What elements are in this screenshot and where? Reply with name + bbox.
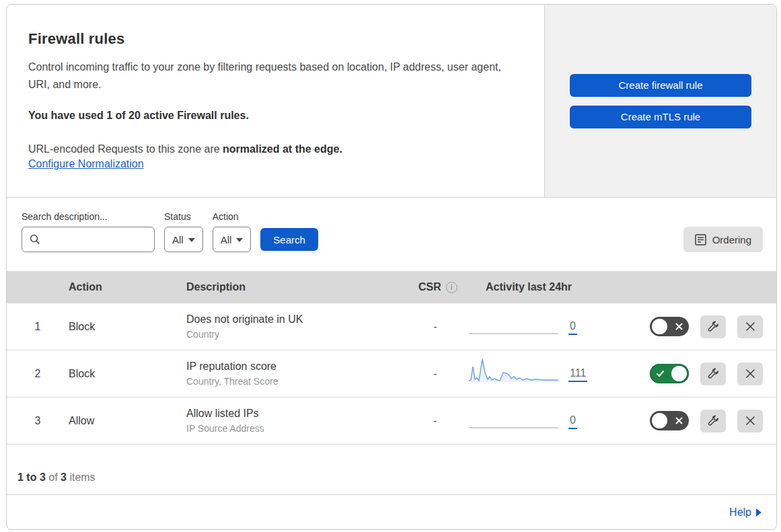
- rule-enabled-toggle[interactable]: [650, 364, 689, 383]
- col-activity-header: Activity last 24hr: [469, 281, 634, 293]
- activity-sparkline: [469, 404, 558, 429]
- csr-header-label: CSR: [418, 281, 441, 293]
- filter-bar: Search description... Status All Action …: [7, 198, 776, 271]
- action-selected-value: All: [221, 234, 232, 245]
- rule-action: Block: [69, 368, 186, 380]
- action-filter-group: Action All: [213, 211, 252, 252]
- wrench-icon: [707, 367, 720, 380]
- usage-summary: You have used 1 of 20 active Firewall ru…: [28, 110, 517, 122]
- edit-rule-button[interactable]: [700, 410, 726, 432]
- help-link[interactable]: Help: [729, 506, 761, 519]
- rule-description-cell: Does not originate in UK Country: [186, 313, 402, 340]
- help-link-label: Help: [729, 506, 751, 519]
- create-mtls-rule-button[interactable]: Create mTLS rule: [570, 106, 751, 128]
- rule-description-cell: IP reputation score Country, Threat Scor…: [186, 360, 402, 387]
- table-row: 1 Block Does not originate in UK Country…: [7, 303, 776, 350]
- chevron-down-icon: [236, 238, 243, 242]
- search-group: Search description...: [22, 211, 155, 252]
- rule-criteria: Country: [186, 329, 402, 340]
- activity-sparkline: [469, 309, 558, 335]
- pagination-summary: 1 to 3 of 3 items: [7, 445, 776, 495]
- status-select[interactable]: All: [164, 227, 203, 252]
- col-action-header: Action: [69, 281, 186, 293]
- total-count: 3: [61, 471, 67, 483]
- rule-description-cell: Allow listed IPs IP Source Address: [186, 408, 402, 434]
- status-label: Status: [164, 211, 203, 222]
- rule-description: Allow listed IPs: [186, 408, 402, 420]
- x-icon: [745, 369, 755, 379]
- delete-rule-button[interactable]: [737, 410, 763, 432]
- search-label: Search description...: [22, 211, 155, 222]
- rule-action: Block: [69, 321, 186, 333]
- firewall-rules-panel: Firewall rules Control incoming traffic …: [6, 4, 777, 530]
- rule-activity-cell: 0: [469, 309, 634, 344]
- edit-rule-button[interactable]: [700, 315, 726, 338]
- activity-count-link[interactable]: 0: [568, 320, 577, 335]
- edit-rule-button[interactable]: [700, 363, 726, 385]
- toggle-knob: [671, 366, 687, 381]
- rule-priority: 1: [7, 321, 69, 333]
- rule-action: Allow: [69, 415, 186, 427]
- status-filter-group: Status All: [164, 211, 203, 252]
- list-document-icon: [695, 234, 706, 245]
- search-button[interactable]: Search: [260, 228, 318, 251]
- help-footer: Help: [7, 495, 776, 529]
- rule-enabled-toggle[interactable]: [650, 317, 689, 336]
- wrench-icon: [707, 414, 720, 427]
- col-csr-header: CSR i: [402, 281, 469, 293]
- ordering-button-label: Ordering: [712, 234, 751, 245]
- rule-enabled-toggle[interactable]: [650, 411, 689, 430]
- x-mark-icon: [675, 317, 683, 336]
- wrench-icon: [707, 320, 720, 333]
- activity-sparkline: [469, 356, 558, 382]
- normalization-prefix: URL-encoded Requests to this zone are: [28, 143, 223, 155]
- table-header: Action Description CSR i Activity last 2…: [7, 271, 776, 303]
- search-input[interactable]: [22, 227, 155, 252]
- page-title: Firewall rules: [28, 30, 517, 48]
- action-select[interactable]: All: [213, 227, 252, 252]
- delete-rule-button[interactable]: [737, 315, 763, 338]
- chevron-down-icon: [188, 238, 195, 242]
- items-text: items: [67, 471, 96, 483]
- delete-rule-button[interactable]: [737, 363, 763, 385]
- header-text-block: Firewall rules Control incoming traffic …: [7, 5, 544, 197]
- col-description-header: Description: [186, 281, 402, 293]
- rule-criteria: IP Source Address: [186, 423, 402, 434]
- of-text: of: [46, 471, 61, 483]
- rule-criteria: Country, Threat Score: [186, 376, 402, 387]
- create-firewall-rule-button[interactable]: Create firewall rule: [570, 74, 751, 97]
- rule-description: IP reputation score: [186, 360, 402, 373]
- table-row: 2 Block IP reputation score Country, Thr…: [7, 350, 776, 397]
- rule-csr: -: [402, 321, 469, 333]
- ordering-button[interactable]: Ordering: [683, 227, 763, 252]
- page-description: Control incoming traffic to your zone by…: [28, 59, 517, 93]
- rule-controls: [634, 410, 776, 432]
- activity-count-link[interactable]: 0: [568, 414, 577, 429]
- status-selected-value: All: [172, 234, 184, 245]
- x-mark-icon: [675, 411, 683, 430]
- normalization-bold: normalized at the edge.: [223, 143, 342, 155]
- toggle-knob: [652, 413, 667, 428]
- rule-csr: -: [402, 415, 469, 427]
- header-section: Firewall rules Control incoming traffic …: [7, 5, 776, 198]
- rule-activity-cell: 111: [469, 356, 634, 391]
- normalization-text: URL-encoded Requests to this zone are no…: [28, 141, 517, 158]
- rule-controls: [634, 363, 776, 385]
- action-label: Action: [213, 211, 252, 222]
- toggle-knob: [652, 319, 667, 334]
- configure-normalization-link[interactable]: Configure Normalization: [28, 158, 144, 169]
- table-row: 3 Allow Allow listed IPs IP Source Addre…: [7, 397, 776, 445]
- range-text: 1 to 3: [17, 471, 46, 483]
- x-icon: [745, 416, 755, 426]
- rule-priority: 2: [7, 368, 69, 380]
- table-body: 1 Block Does not originate in UK Country…: [7, 303, 776, 445]
- arrow-right-icon: [756, 508, 761, 517]
- x-icon: [745, 321, 755, 332]
- info-icon[interactable]: i: [446, 282, 457, 293]
- rule-priority: 3: [7, 415, 69, 427]
- rule-controls: [634, 315, 776, 338]
- activity-count-link[interactable]: 111: [568, 367, 587, 382]
- check-icon: [656, 364, 665, 383]
- rule-activity-cell: 0: [469, 404, 634, 439]
- search-icon: [29, 233, 41, 245]
